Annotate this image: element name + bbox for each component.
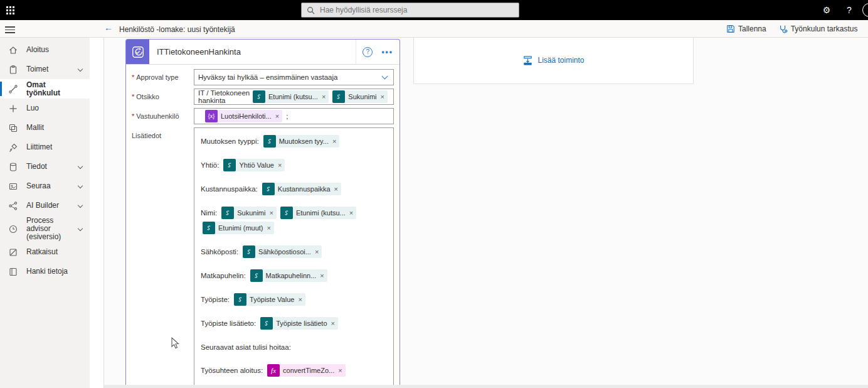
app-launcher-icon[interactable] — [0, 0, 20, 20]
sidebar-item-process-advisor[interactable]: Process advisor (esiversio) — [0, 215, 90, 242]
field-label: Lisätiedot — [132, 127, 194, 388]
chevron-down-icon — [78, 183, 83, 188]
sidebar-item-ai-builder[interactable]: AI Builder — [0, 196, 90, 215]
remove-token-icon[interactable]: × — [338, 367, 342, 374]
dynamic-token[interactable]: Sukunimi × — [332, 90, 388, 103]
variable-token[interactable]: {x} LuotsiHenkiloti... × — [205, 110, 282, 122]
sidebar-item-toimet[interactable]: Toimet — [0, 60, 90, 79]
account-avatar[interactable] — [860, 0, 868, 20]
dynamic-content-icon — [243, 245, 255, 258]
action-menu-ellipsis-icon[interactable]: ••• — [381, 48, 393, 57]
vastuuhenkilo-input[interactable]: {x} LuotsiHenkiloti... × ; — [194, 108, 394, 124]
field-label: *Approval type — [132, 69, 194, 85]
add-action-button[interactable]: Lisää toiminto — [522, 55, 584, 66]
dynamic-content-icon — [260, 317, 273, 330]
dynamic-token[interactable]: Kustannuspaikka × — [262, 183, 341, 195]
remove-token-icon[interactable]: × — [278, 162, 282, 169]
lisatiedot-line: Nimi: Sukunimi × Etunimi (kutsu... × — [201, 206, 387, 235]
flow-checker-button[interactable]: Työnkulun tarkastus — [773, 20, 864, 38]
horizontal-scrollbar[interactable] — [104, 385, 868, 388]
remove-token-icon[interactable]: × — [381, 94, 384, 100]
sidebar-item-ratkaisut[interactable]: Ratkaisut — [0, 242, 90, 262]
help-icon[interactable]: ? — [838, 0, 860, 20]
remove-token-icon[interactable]: × — [298, 296, 302, 303]
remove-token-icon[interactable]: × — [331, 320, 335, 327]
chevron-down-icon — [382, 73, 388, 80]
lisatiedot-line: Muutoksen tyyppi: Muutoksen tyy... × — [201, 134, 387, 148]
approvals-connector-icon — [126, 40, 149, 64]
remove-token-icon[interactable]: × — [322, 94, 326, 100]
chevron-down-icon — [78, 163, 83, 168]
lisatiedot-line: Työsuhteen aloitus: fx convertTimeZo... … — [201, 364, 387, 377]
lisatiedot-line: Kustannuspaikka: Kustannuspaikka × — [201, 182, 387, 196]
solutions-icon — [8, 247, 18, 257]
action-help-icon[interactable]: ? — [363, 47, 373, 57]
dynamic-content-icon — [203, 222, 215, 234]
monitor-icon — [8, 181, 18, 191]
chevron-down-icon — [78, 225, 83, 230]
approval-type-dropdown[interactable]: Hyväksy tai hylkää – ensimmäinen vastaaj… — [194, 69, 394, 85]
dynamic-token[interactable]: Työpiste Value × — [234, 293, 305, 306]
remove-token-icon[interactable]: × — [332, 138, 336, 145]
sidebar-item-tiedot[interactable]: Tiedot — [0, 157, 90, 176]
ai-builder-icon — [8, 201, 18, 211]
search-input[interactable] — [320, 6, 514, 14]
sidebar-item-omat-tyonkulut[interactable]: Omat työnkulut — [0, 79, 90, 99]
dynamic-token[interactable]: Sukunimi × — [221, 207, 277, 219]
lisatiedot-line: Työpiste lisätieto: Työpiste lisätieto × — [201, 316, 387, 330]
dynamic-token[interactable]: Etunimi (kutsu... × — [253, 90, 329, 103]
dynamic-token[interactable]: Yhtiö Value × — [223, 159, 285, 171]
dynamic-content-icon — [280, 207, 293, 219]
sidebar-item-mallit[interactable]: Mallit — [0, 118, 90, 137]
lisatiedot-line: Seuraavat asiat tulisi hoitaa: — [201, 340, 387, 353]
next-step-placeholder: Lisää toiminto — [413, 38, 694, 84]
sidebar-item-luo[interactable]: Luo — [0, 99, 90, 118]
connectors-icon — [8, 143, 18, 153]
insert-step-icon — [522, 55, 533, 66]
dynamic-content-icon — [332, 90, 345, 103]
office-top-bar: ⚙ ? — [0, 0, 868, 20]
data-icon — [8, 162, 18, 172]
lisatiedot-line: Yhtiö: Yhtiö Value × — [201, 158, 387, 172]
dynamic-token[interactable]: Sähköpostiosoi... × — [243, 245, 322, 258]
sidebar-item-liittimet[interactable]: Liittimet — [0, 137, 90, 157]
dynamic-token[interactable]: Etunimi (muut) × — [203, 222, 274, 234]
field-label: *Otsikko — [132, 89, 194, 105]
sidebar-item-aloitus[interactable]: Aloitus — [0, 40, 90, 60]
remove-token-icon[interactable]: × — [315, 249, 319, 256]
action-card-title: ITTietokoneenHankinta — [149, 40, 356, 64]
process-advisor-icon — [8, 224, 18, 234]
templates-icon — [8, 123, 18, 133]
lisatiedot-editor[interactable]: Muutoksen tyyppi: Muutoksen tyy... × Yht… — [194, 127, 394, 388]
remove-token-icon[interactable]: × — [269, 210, 273, 217]
menu-hamburger-icon[interactable] — [5, 24, 15, 35]
remove-token-icon[interactable]: × — [320, 272, 324, 279]
dynamic-token[interactable]: Työpiste lisätieto × — [260, 317, 338, 330]
search-icon — [307, 6, 315, 14]
save-button[interactable]: Tallenna — [720, 20, 773, 38]
variable-icon: {x} — [205, 110, 218, 122]
back-button[interactable]: ← — [104, 23, 113, 33]
dynamic-token[interactable]: Matkapuhelinn... × — [250, 269, 327, 282]
dynamic-content-icon — [263, 135, 276, 148]
test-button[interactable]: Testaa — [864, 20, 868, 38]
otsikko-input[interactable]: IT / Tietokoneen hankinta Etunimi (kutsu… — [194, 89, 394, 105]
lisatiedot-line: Työpiste: Työpiste Value × — [201, 293, 387, 306]
remove-token-icon[interactable]: × — [349, 210, 353, 217]
settings-gear-icon[interactable]: ⚙ — [815, 0, 838, 20]
flows-icon — [8, 84, 18, 94]
sidebar-item-seuraa[interactable]: Seuraa — [0, 176, 90, 196]
dynamic-token[interactable]: Muutoksen tyy... × — [263, 135, 340, 148]
action-card-header[interactable]: ITTietokoneenHankinta ? ••• — [126, 40, 400, 65]
remove-token-icon[interactable]: × — [275, 113, 279, 120]
remove-token-icon[interactable]: × — [267, 225, 271, 232]
command-bar: ← Henkilöstö -lomake: uusi työntekijä Ta… — [0, 20, 868, 38]
sidebar-item-hanki-tietoja[interactable]: Hanki tietoja — [0, 262, 90, 281]
dynamic-token[interactable]: Etunimi (kutsu... × — [280, 207, 356, 219]
expression-token[interactable]: fx convertTimeZo... × — [267, 364, 346, 377]
dynamic-content-icon — [250, 269, 263, 282]
remove-token-icon[interactable]: × — [334, 186, 338, 193]
flow-checker-icon — [779, 24, 788, 33]
search-box[interactable] — [301, 3, 519, 18]
dynamic-content-icon — [234, 293, 246, 306]
